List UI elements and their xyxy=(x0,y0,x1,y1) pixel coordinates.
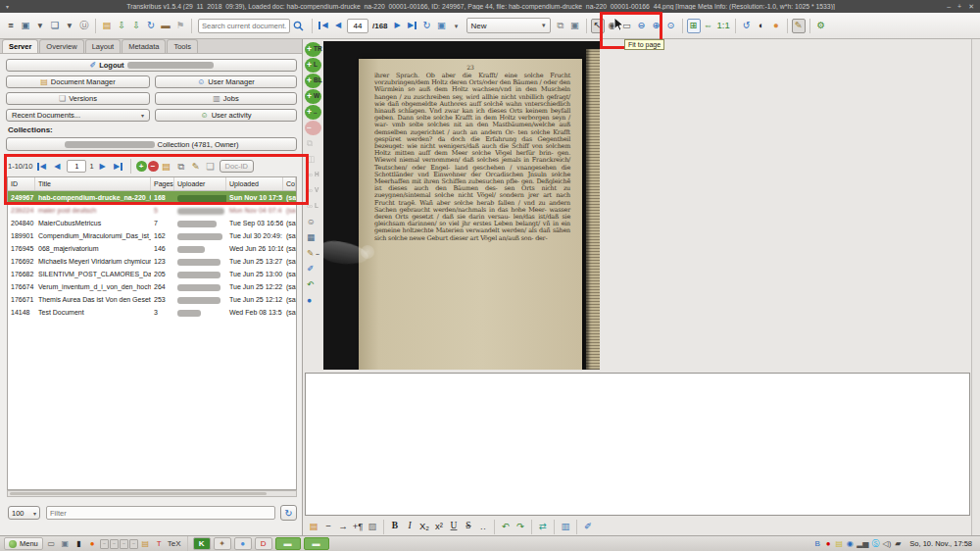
folder-icon[interactable]: ▤ xyxy=(160,159,173,174)
workspace-4-button[interactable]: – xyxy=(129,539,138,549)
zoom-in-icon[interactable]: ⊕ xyxy=(650,19,663,33)
snapshot-icon[interactable]: ▣ xyxy=(19,19,32,33)
version-select[interactable]: New▾ xyxy=(466,18,551,33)
remove-document-icon[interactable]: − xyxy=(148,161,159,172)
workspace-3-button[interactable]: – xyxy=(120,539,128,549)
briefcase-icon[interactable]: ▬ xyxy=(159,19,172,33)
remove-shape-button[interactable]: − xyxy=(305,121,321,135)
original-size-icon[interactable]: 1:1 xyxy=(716,19,731,33)
versions-button[interactable]: ❏ Versions xyxy=(6,92,150,105)
table-row[interactable]: 14148Test Document3Wed Feb 08 13:5(sar xyxy=(8,306,296,319)
show-desktop-button[interactable]: ▭ xyxy=(45,537,58,550)
snapshot-caret-icon[interactable]: ▾ xyxy=(33,19,47,33)
contrast-icon[interactable]: ◐ xyxy=(755,19,768,33)
add-other-button[interactable]: +.. xyxy=(305,105,321,120)
strikethrough-button[interactable]: S xyxy=(462,520,475,534)
reading-order-button[interactable]: ☺ xyxy=(305,215,323,229)
swap-button[interactable]: ⇄ xyxy=(536,520,550,534)
underline-button[interactable]: U xyxy=(447,520,461,534)
column-header-id[interactable]: ID xyxy=(8,177,35,190)
workspace-2-button[interactable]: – xyxy=(110,539,119,549)
pager-previous-button[interactable]: ◀ xyxy=(50,159,64,174)
table-row[interactable]: 239224maier post deutsch5Mon Nov 04 07:4… xyxy=(8,204,296,217)
pager-next-button[interactable]: ▶ xyxy=(96,159,110,174)
user-manager-button[interactable]: ☺ User Manager xyxy=(155,75,297,88)
table-row[interactable]: 176945068_majerivatorium146Wed Jun 26 10… xyxy=(8,242,296,255)
canvas-undo-button[interactable]: ↶ xyxy=(305,277,323,292)
taskbar-window-chrome[interactable]: ● xyxy=(234,537,252,550)
add-document-icon[interactable]: + xyxy=(136,161,147,172)
open-folder-icon[interactable]: ▤ xyxy=(100,19,114,33)
workspace-1-button[interactable]: – xyxy=(100,539,109,549)
sync-icon[interactable]: ↻ xyxy=(144,19,158,33)
user-activity-button[interactable]: ☺ User activity xyxy=(155,109,297,122)
column-header-pages[interactable]: Pages xyxy=(151,177,174,190)
clipboard-icon[interactable]: ▣ xyxy=(568,19,582,33)
flag-icon[interactable]: ⚑ xyxy=(173,19,187,33)
recent-documents-select[interactable]: Recent Documents... ▾ xyxy=(6,109,150,122)
user-badge-icon[interactable]: ⓤ xyxy=(77,19,91,33)
edit-pencil-icon[interactable]: ✎ xyxy=(792,19,806,33)
table-row[interactable]: 249967hab-compendium-drucke_na-220_00001… xyxy=(8,191,296,204)
help-button[interactable]: ● xyxy=(305,293,323,308)
pen-button[interactable]: ✐ xyxy=(581,520,595,534)
next-page-button[interactable]: ▶ xyxy=(391,19,405,33)
last-page-button[interactable]: ▶ xyxy=(406,19,419,33)
clock[interactable]: So, 10. Nov., 17:58 xyxy=(909,539,972,548)
palette-icon[interactable]: ● xyxy=(769,19,783,33)
add-line-button[interactable]: +L xyxy=(305,58,321,73)
canvas-right-scrollbar[interactable] xyxy=(971,39,980,535)
column-header-uploaded[interactable]: Uploaded xyxy=(226,177,283,190)
text-tool-icon[interactable]: T xyxy=(153,537,166,550)
dash-icon[interactable]: − xyxy=(321,520,335,534)
duplicate-icon[interactable]: ⧉ xyxy=(174,159,188,174)
image-icon[interactable]: ▨ xyxy=(366,520,379,534)
skype-icon[interactable]: Ⓢ xyxy=(871,537,881,550)
files-icon[interactable]: ▤ xyxy=(139,537,152,550)
column-header-collection[interactable]: Collection xyxy=(283,177,296,190)
save-caret-icon[interactable]: ▾ xyxy=(450,19,464,33)
more-styles-button[interactable]: ‥ xyxy=(476,520,490,534)
table-horizontal-scrollbar[interactable] xyxy=(7,490,297,497)
add-baseline-button[interactable]: +BL xyxy=(305,74,321,88)
document-manager-button[interactable]: ▤ Document Manager xyxy=(6,75,150,88)
tab-overview[interactable]: Overview xyxy=(39,39,83,53)
previous-page-button[interactable]: ◀ xyxy=(331,19,345,33)
maximize-button[interactable]: + xyxy=(957,3,961,11)
column-header-title[interactable]: Title xyxy=(35,177,151,190)
rotate-icon[interactable]: ↺ xyxy=(740,19,754,33)
tab-metadata[interactable]: Metadata xyxy=(122,39,166,53)
column-header-uploader[interactable]: Uploader xyxy=(174,177,226,190)
fit-to-page-icon[interactable]: ⊞ xyxy=(687,19,701,33)
tab-tools[interactable]: Tools xyxy=(167,39,198,53)
pager-last-button[interactable]: ▶ xyxy=(112,159,125,174)
columns-button[interactable]: ▥ xyxy=(559,520,572,534)
add-paragraph-icon[interactable]: +¶ xyxy=(351,520,365,534)
save-icon[interactable]: ▣ xyxy=(435,19,449,33)
add-textregion-button[interactable]: +TR xyxy=(305,42,321,57)
link-vertical-button[interactable]: ∞V xyxy=(305,183,323,198)
reload-page-icon[interactable]: ↻ xyxy=(420,19,434,33)
transcription-text-area[interactable] xyxy=(305,373,970,516)
zoom-reset-icon[interactable]: ⊙ xyxy=(664,19,678,33)
document-icon[interactable]: ❏ xyxy=(204,159,218,174)
job-manager-gear-icon[interactable]: ⚙ xyxy=(814,19,828,33)
italic-button[interactable]: I xyxy=(403,520,416,534)
import-document-icon[interactable]: ⇩ xyxy=(115,19,128,33)
filter-input[interactable] xyxy=(46,506,275,520)
pager-first-button[interactable]: ◀ xyxy=(34,159,48,174)
page-number-input[interactable] xyxy=(347,19,368,33)
recording-icon[interactable]: ● xyxy=(823,537,833,550)
redo-button[interactable]: ↷ xyxy=(514,520,527,534)
shield-icon[interactable]: ◉ xyxy=(845,537,855,550)
taskbar-window-green-2[interactable]: ▬ xyxy=(304,537,329,550)
logout-button[interactable]: ✐ Logout xyxy=(6,59,297,72)
table-row[interactable]: 176671Themis Aurea Das ist Von den Geset… xyxy=(8,293,296,306)
scrollbar-thumb[interactable] xyxy=(10,492,267,495)
collection-select[interactable]: Collection (4781, Owner) xyxy=(6,137,297,151)
tab-layout[interactable]: Layout xyxy=(85,39,122,53)
table-row[interactable]: 176692Michaelis Meyeri Viridarium chymic… xyxy=(8,255,296,268)
menu-button[interactable]: Menu xyxy=(4,537,43,550)
table-row[interactable]: 189901Compendium_Miraculorumi_Das_ist_Ku… xyxy=(8,229,296,242)
zoom-out-icon[interactable]: ⊖ xyxy=(635,19,649,33)
